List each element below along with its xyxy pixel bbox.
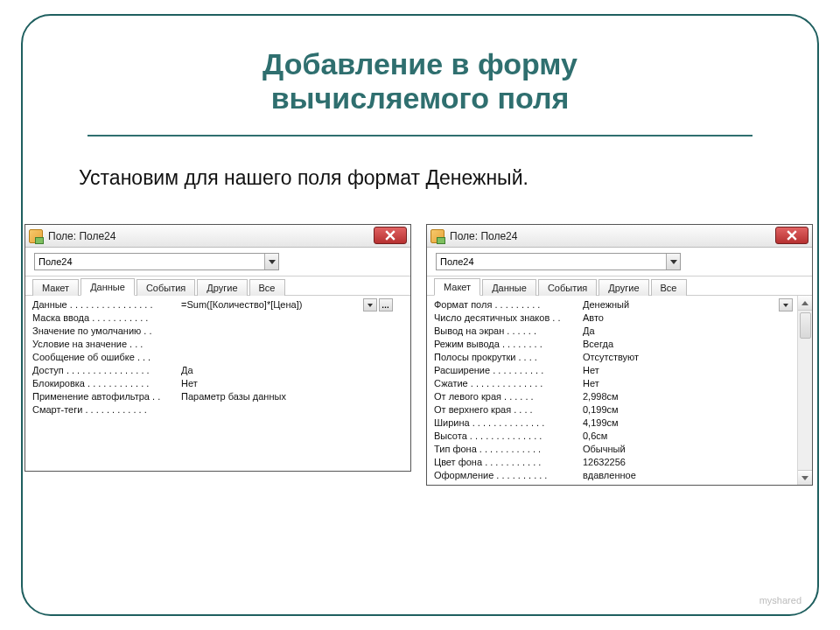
property-value[interactable]: 2,998см [583,390,808,403]
property-row[interactable]: Цвет фона . . . . . . . . . . . 12632256 [434,456,808,469]
property-window-layout: Поле: Поле24 Поле24 МакетДанныеСобытияДр… [426,224,813,486]
property-label: Сообщение об ошибке . . . [32,351,181,364]
property-label: Полосы прокрутки . . . . [434,351,583,364]
property-row[interactable]: Вывод на экран . . . . . . Да [434,325,808,338]
scroll-thumb[interactable] [800,312,811,339]
dropdown-button[interactable] [264,254,278,270]
dropdown-button[interactable] [666,254,680,270]
close-icon [385,230,396,241]
property-value[interactable] [181,351,407,364]
object-selector-value: Поле24 [38,256,73,267]
property-value[interactable] [181,325,407,338]
property-grid: … Данные . . . . . . . . . . . . . . . .… [25,296,410,471]
property-window-data: Поле: Поле24 Поле24 МакетДанныеСобытияДр… [24,224,411,472]
tab-события[interactable]: События [538,279,597,296]
tab-все[interactable]: Все [249,279,285,296]
property-label: Число десятичных знаков . . [434,312,583,325]
property-label: От левого края . . . . . . [434,390,583,403]
property-value[interactable]: Всегда [583,338,808,351]
close-button[interactable] [775,227,808,244]
property-row[interactable]: Блокировка . . . . . . . . . . . . Нет [32,377,407,390]
window-icon [29,229,43,243]
property-label: Сжатие . . . . . . . . . . . . . . [434,377,583,390]
titlebar[interactable]: Поле: Поле24 [25,225,410,248]
object-selector-value: Поле24 [440,256,474,267]
property-value[interactable]: Нет [583,377,808,390]
property-value[interactable] [181,312,407,325]
property-row[interactable]: Тип фона . . . . . . . . . . . . Обычный [434,443,808,456]
property-label: Условие на значение . . . [32,338,181,351]
property-row[interactable]: Число десятичных знаков . . Авто [434,312,808,325]
scroll-down-button[interactable] [798,470,812,485]
property-row[interactable]: От верхнего края . . . . 0,199см [434,403,808,416]
value-editor-controls: … [363,298,393,312]
property-label: Режим вывода . . . . . . . . [434,338,583,351]
property-label: От верхнего края . . . . [434,403,583,416]
object-selector-row: Поле24 [25,248,410,276]
property-row[interactable]: Оформление . . . . . . . . . . вдавленно… [434,469,808,482]
tab-события[interactable]: События [136,279,195,296]
property-label: Тип фона . . . . . . . . . . . . [434,443,583,456]
property-row[interactable]: Ширина . . . . . . . . . . . . . . 4,199… [434,416,808,430]
property-row[interactable]: Смарт-теги . . . . . . . . . . . . [32,403,407,416]
property-label: Цвет фона . . . . . . . . . . . [434,456,583,469]
slide-title: Добавление в форму вычисляемого поля [96,47,744,116]
property-value[interactable]: Параметр базы данных [181,390,407,403]
property-value[interactable]: Нет [583,364,808,377]
property-value[interactable]: 0,199см [583,403,808,416]
property-row[interactable]: Значение по умолчанию . . [32,325,407,338]
tab-bar: МакетДанныеСобытияДругиеВсе [427,276,812,296]
tab-другие[interactable]: Другие [598,279,648,296]
property-row[interactable]: Сжатие . . . . . . . . . . . . . . Нет [434,377,808,390]
value-dropdown-button[interactable] [363,298,377,312]
object-selector[interactable]: Поле24 [34,253,279,270]
property-label: Смарт-теги . . . . . . . . . . . . [32,403,181,416]
property-value[interactable] [181,338,407,351]
property-row[interactable]: Режим вывода . . . . . . . . Всегда [434,338,808,351]
property-row[interactable]: Формат поля . . . . . . . . . Денежный [434,298,808,312]
object-selector[interactable]: Поле24 [436,253,681,270]
tab-другие[interactable]: Другие [197,279,247,296]
tab-макет[interactable]: Макет [434,278,480,296]
tab-данные[interactable]: Данные [482,279,536,296]
titlebar[interactable]: Поле: Поле24 [427,225,812,248]
tab-все[interactable]: Все [651,279,687,296]
property-row[interactable]: Данные . . . . . . . . . . . . . . . . =… [32,298,407,312]
value-dropdown-button[interactable] [779,298,793,312]
property-row[interactable]: Высота . . . . . . . . . . . . . . 0,6см [434,430,808,443]
property-label: Маска ввода . . . . . . . . . . . [32,312,181,325]
property-row[interactable]: Условие на значение . . . [32,338,407,351]
property-label: Вывод на экран . . . . . . [434,325,583,338]
tab-данные[interactable]: Данные [80,278,135,296]
property-value[interactable]: 0,6см [583,430,808,443]
property-row[interactable]: Расширение . . . . . . . . . . Нет [434,364,808,377]
property-value[interactable] [181,403,407,416]
property-label: Высота . . . . . . . . . . . . . . [434,430,583,443]
property-value[interactable]: Да [181,364,407,377]
property-value[interactable]: Обычный [583,443,808,456]
vertical-scrollbar[interactable] [797,296,812,485]
property-label: Расширение . . . . . . . . . . [434,364,583,377]
property-label: Значение по умолчанию . . [32,325,181,338]
property-row[interactable]: Применение автофильтра . . Параметр базы… [32,390,407,403]
property-label: Применение автофильтра . . [32,390,181,403]
property-value[interactable]: Нет [181,377,407,390]
property-row[interactable]: От левого края . . . . . . 2,998см [434,390,808,403]
property-row[interactable]: Маска ввода . . . . . . . . . . . [32,312,407,325]
property-value[interactable]: 12632256 [583,456,808,469]
property-value[interactable]: 4,199см [583,416,808,430]
value-builder-button[interactable]: … [379,298,393,312]
scroll-up-button[interactable] [798,296,812,311]
property-value[interactable]: Авто [583,312,808,325]
property-value[interactable]: Денежный [583,298,808,312]
tab-макет[interactable]: Макет [32,279,79,296]
property-row[interactable]: Сообщение об ошибке . . . [32,351,407,364]
property-value[interactable]: Да [583,325,808,338]
property-label: Доступ . . . . . . . . . . . . . . . . [32,364,181,377]
close-button[interactable] [374,227,407,244]
property-value[interactable]: вдавленное [583,469,808,482]
property-row[interactable]: Доступ . . . . . . . . . . . . . . . . Д… [32,364,407,377]
property-row[interactable]: Полосы прокрутки . . . . Отсутствуют [434,351,808,364]
property-value[interactable]: Отсутствуют [583,351,808,364]
close-icon [787,230,797,241]
